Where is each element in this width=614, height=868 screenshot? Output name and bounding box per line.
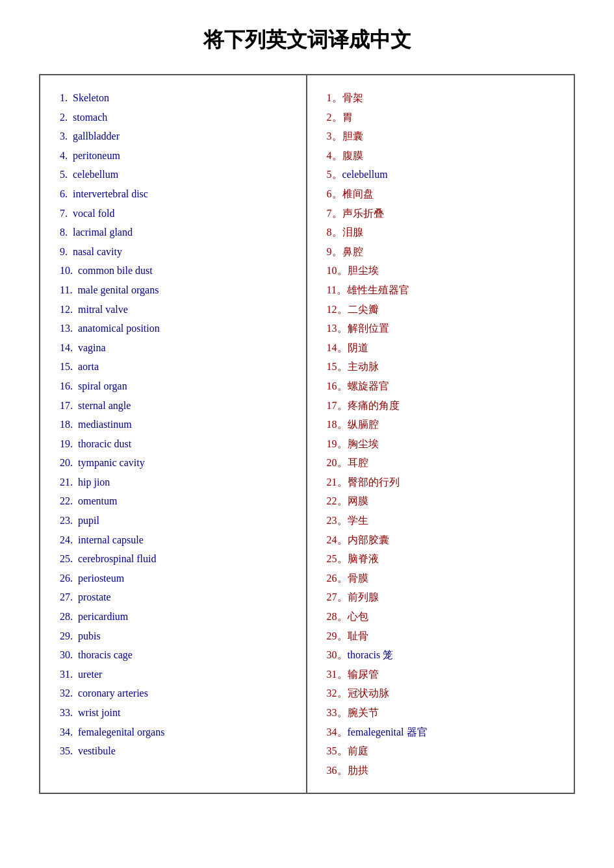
list-item: 8. lacrimal gland [60,223,293,242]
list-item: 36。肋拱 [327,761,561,780]
list-item: 10。胆尘埃 [327,261,561,280]
list-item: 7。声乐折叠 [327,204,561,223]
list-item: 4. peritoneum [60,146,293,166]
list-item: 26。骨膜 [327,569,561,588]
list-item: 26. periosteum [60,569,293,588]
list-item: 30。thoracis 笼 [327,645,561,665]
list-item: 29. pubis [60,626,293,646]
list-item: 32. coronary arteries [60,684,293,703]
list-item: 24。内部胶囊 [327,530,561,550]
list-item: 15. aorta [60,357,293,377]
list-item: 4。腹膜 [327,146,561,166]
right-column: 1。骨架2。胃3。胆囊4。腹膜5。celebellum6。椎间盘7。声乐折叠8。… [307,75,574,793]
list-item: 3. gallbladder [60,127,293,146]
list-item: 14。阴道 [327,338,561,358]
list-item: 13。解剖位置 [327,319,561,338]
main-table: 1. Skeleton2. stomach3. gallbladder4. pe… [39,74,575,794]
list-item: 7. vocal fold [60,204,293,223]
list-item: 27. prostate [60,588,293,607]
list-item: 13. anatomical position [60,319,293,338]
list-item: 2。胃 [327,108,561,127]
list-item: 9。鼻腔 [327,242,561,262]
list-item: 20. tympanic cavity [60,453,293,473]
list-item: 12. mitral valve [60,300,293,319]
list-item: 19。胸尘埃 [327,434,561,454]
list-item: 31. ureter [60,665,293,684]
list-item: 35。前庭 [327,741,561,761]
list-item: 1。骨架 [327,88,561,108]
list-item: 1. Skeleton [60,88,293,108]
list-item: 2. stomach [60,108,293,127]
list-item: 25。脑脊液 [327,549,561,569]
list-item: 15。主动脉 [327,357,561,377]
left-column: 1. Skeleton2. stomach3. gallbladder4. pe… [40,75,307,793]
list-item: 31。输尿管 [327,665,561,684]
list-item: 21。臀部的行列 [327,473,561,492]
list-item: 11。雄性生殖器官 [327,280,561,300]
list-item: 18. mediastinum [60,415,293,434]
list-item: 21. hip jion [60,473,293,492]
list-item: 27。前列腺 [327,588,561,607]
list-item: 19. thoracic dust [60,434,293,454]
list-item: 16。螺旋器官 [327,377,561,396]
list-item: 29。耻骨 [327,626,561,646]
list-item: 22。网膜 [327,491,561,511]
list-item: 14. vagina [60,338,293,358]
list-item: 5。celebellum [327,165,561,184]
list-item: 18。纵膈腔 [327,415,561,434]
list-item: 22. omentum [60,491,293,511]
list-item: 25. cerebrospinal fluid [60,549,293,569]
list-item: 11. male genital organs [60,280,293,300]
list-item: 9. nasal cavity [60,242,293,262]
list-item: 24. internal capsule [60,530,293,550]
list-item: 23。学生 [327,511,561,530]
list-item: 6. intervertebral disc [60,184,293,204]
list-item: 20。耳腔 [327,453,561,473]
list-item: 12。二尖瓣 [327,300,561,319]
list-item: 16. spiral organ [60,377,293,396]
list-item: 30. thoracis cage [60,645,293,665]
list-item: 5. celebellum [60,165,293,184]
list-item: 32。冠状动脉 [327,684,561,703]
list-item: 34. femalegenital organs [60,723,293,742]
list-item: 17. sternal angle [60,396,293,415]
list-item: 23. pupil [60,511,293,530]
list-item: 17。疼痛的角度 [327,396,561,415]
list-item: 33. wrist joint [60,703,293,723]
list-item: 33。腕关节 [327,703,561,723]
list-item: 8。泪腺 [327,223,561,242]
page-title: 将下列英文词译成中文 [203,26,411,55]
list-item: 10. common bile dust [60,261,293,280]
list-item: 3。胆囊 [327,127,561,146]
list-item: 28. pericardium [60,607,293,626]
list-item: 6。椎间盘 [327,184,561,204]
list-item: 28。心包 [327,607,561,626]
list-item: 34。femalegenital 器官 [327,723,561,742]
list-item: 35. vestibule [60,741,293,761]
